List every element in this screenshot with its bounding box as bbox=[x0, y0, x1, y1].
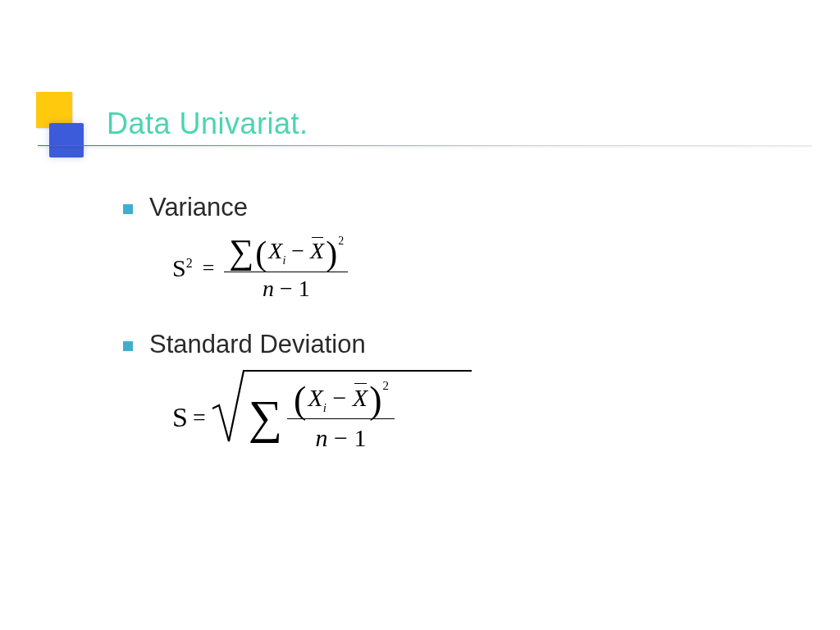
bullet-row-variance: Variance bbox=[123, 193, 779, 222]
bullet-icon bbox=[123, 341, 133, 351]
stddev-square-power: 2 bbox=[382, 379, 389, 393]
variance-numerator: ∑ ( Xi − X ) 2 bbox=[224, 237, 348, 272]
variance-xi-sub: i bbox=[282, 253, 285, 266]
radical: ∑ ( Xi − X ) 2 bbox=[211, 384, 395, 452]
title-underline-shadow bbox=[38, 148, 812, 148]
bullet-row-stddev: Standard Deviation bbox=[123, 330, 779, 359]
stddev-lhs: S bbox=[172, 402, 188, 433]
radical-icon bbox=[211, 368, 473, 446]
lparen-icon: ( bbox=[294, 386, 306, 416]
variance-denominator: n − 1 bbox=[262, 272, 310, 300]
decor-square-blue bbox=[49, 123, 84, 158]
variance-xi-symbol: X bbox=[268, 238, 282, 263]
slide-title: Data Univariat. bbox=[107, 107, 308, 141]
variance-term: Xi − X bbox=[267, 240, 326, 267]
variance-square-power: 2 bbox=[338, 235, 344, 247]
variance-den-one: 1 bbox=[299, 276, 310, 301]
rparen-icon: ) bbox=[369, 386, 381, 416]
lparen-icon: ( bbox=[255, 240, 267, 268]
variance-xbar: X bbox=[310, 238, 324, 263]
variance-den-n: n bbox=[262, 276, 274, 301]
title-underline bbox=[38, 145, 812, 146]
bullet-label-stddev: Standard Deviation bbox=[149, 330, 366, 359]
formula-variance: S2 = ∑ ( Xi − X ) 2 bbox=[172, 237, 779, 300]
variance-lhs-power: 2 bbox=[186, 256, 193, 270]
rparen-icon: ) bbox=[326, 240, 337, 268]
formula-stddev: S = ∑ ( Xi − X bbox=[172, 384, 779, 452]
stddev-xbar: X bbox=[353, 384, 368, 411]
variance-lhs-symbol: S bbox=[172, 254, 186, 281]
sigma-icon: ∑ bbox=[229, 237, 255, 268]
equals-sign: = bbox=[198, 256, 220, 281]
slide: Data Univariat. Variance S2 = ∑ ( Xi bbox=[0, 0, 840, 630]
variance-lhs: S2 bbox=[172, 254, 193, 282]
slide-body: Variance S2 = ∑ ( Xi − X bbox=[123, 193, 779, 482]
minus-sign: − bbox=[291, 238, 304, 263]
equals-sign: = bbox=[188, 404, 211, 431]
variance-fraction: ∑ ( Xi − X ) 2 n − 1 bbox=[224, 237, 348, 300]
bullet-label-variance: Variance bbox=[149, 193, 248, 222]
variance-den-minus: − bbox=[280, 276, 293, 301]
bullet-icon bbox=[123, 204, 133, 214]
